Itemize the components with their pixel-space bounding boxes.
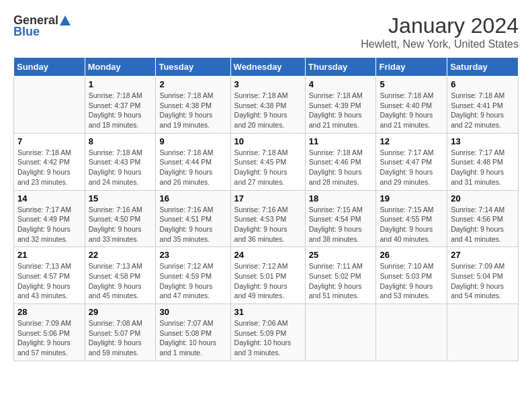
day-info: Sunrise: 7:18 AM Sunset: 4:37 PM Dayligh… — [89, 91, 152, 130]
day-info: Sunrise: 7:15 AM Sunset: 4:54 PM Dayligh… — [309, 205, 373, 244]
calendar-week-row: 28Sunrise: 7:09 AM Sunset: 5:06 PM Dayli… — [14, 304, 519, 361]
day-number: 11 — [309, 136, 373, 146]
day-info: Sunrise: 7:18 AM Sunset: 4:39 PM Dayligh… — [309, 91, 373, 130]
svg-marker-0 — [60, 15, 71, 26]
calendar-cell: 29Sunrise: 7:08 AM Sunset: 5:07 PM Dayli… — [85, 304, 156, 361]
day-number: 20 — [451, 193, 515, 203]
calendar-cell: 8Sunrise: 7:18 AM Sunset: 4:43 PM Daylig… — [85, 133, 156, 190]
day-number: 31 — [234, 307, 302, 317]
day-info: Sunrise: 7:16 AM Sunset: 4:50 PM Dayligh… — [89, 205, 152, 244]
day-number: 10 — [234, 136, 302, 146]
calendar-cell — [447, 304, 519, 361]
day-number: 9 — [159, 136, 226, 146]
day-number: 14 — [17, 193, 81, 203]
calendar-cell: 6Sunrise: 7:18 AM Sunset: 4:41 PM Daylig… — [447, 77, 519, 134]
calendar-cell: 17Sunrise: 7:16 AM Sunset: 4:53 PM Dayli… — [230, 190, 305, 247]
day-number: 8 — [89, 136, 152, 146]
calendar-cell: 21Sunrise: 7:13 AM Sunset: 4:57 PM Dayli… — [14, 247, 85, 304]
calendar-cell: 28Sunrise: 7:09 AM Sunset: 5:06 PM Dayli… — [14, 304, 85, 361]
day-info: Sunrise: 7:18 AM Sunset: 4:42 PM Dayligh… — [17, 148, 81, 187]
calendar-cell: 1Sunrise: 7:18 AM Sunset: 4:37 PM Daylig… — [85, 77, 156, 134]
calendar-cell: 5Sunrise: 7:18 AM Sunset: 4:40 PM Daylig… — [376, 77, 447, 134]
day-info: Sunrise: 7:17 AM Sunset: 4:48 PM Dayligh… — [451, 148, 515, 187]
day-number: 23 — [159, 250, 226, 260]
calendar-cell — [305, 304, 376, 361]
calendar-cell: 4Sunrise: 7:18 AM Sunset: 4:39 PM Daylig… — [305, 77, 376, 134]
calendar-cell: 25Sunrise: 7:11 AM Sunset: 5:02 PM Dayli… — [305, 247, 376, 304]
calendar-cell: 13Sunrise: 7:17 AM Sunset: 4:48 PM Dayli… — [447, 133, 519, 190]
day-number: 16 — [159, 193, 226, 203]
calendar-week-row: 21Sunrise: 7:13 AM Sunset: 4:57 PM Dayli… — [14, 247, 519, 304]
day-info: Sunrise: 7:15 AM Sunset: 4:55 PM Dayligh… — [380, 205, 443, 244]
day-number: 12 — [380, 136, 443, 146]
calendar-cell: 24Sunrise: 7:12 AM Sunset: 5:01 PM Dayli… — [230, 247, 305, 304]
day-info: Sunrise: 7:18 AM Sunset: 4:43 PM Dayligh… — [89, 148, 152, 187]
day-info: Sunrise: 7:10 AM Sunset: 5:03 PM Dayligh… — [380, 261, 443, 301]
page-header: General Blue January 2024 Hewlett, New Y… — [13, 13, 519, 50]
day-number: 29 — [89, 307, 152, 317]
day-number: 5 — [380, 79, 443, 89]
calendar-cell: 27Sunrise: 7:09 AM Sunset: 5:04 PM Dayli… — [447, 247, 519, 304]
calendar-cell: 14Sunrise: 7:17 AM Sunset: 4:49 PM Dayli… — [14, 190, 85, 247]
day-info: Sunrise: 7:18 AM Sunset: 4:44 PM Dayligh… — [159, 148, 226, 187]
calendar-week-row: 1Sunrise: 7:18 AM Sunset: 4:37 PM Daylig… — [14, 77, 519, 134]
calendar-cell: 23Sunrise: 7:12 AM Sunset: 4:59 PM Dayli… — [156, 247, 230, 304]
calendar-header-tuesday: Tuesday — [156, 58, 230, 77]
day-info: Sunrise: 7:16 AM Sunset: 4:51 PM Dayligh… — [159, 205, 226, 244]
calendar-cell — [14, 77, 85, 134]
day-info: Sunrise: 7:17 AM Sunset: 4:49 PM Dayligh… — [17, 205, 81, 244]
calendar-header-friday: Friday — [376, 58, 447, 77]
day-number: 19 — [380, 193, 443, 203]
calendar-cell: 20Sunrise: 7:14 AM Sunset: 4:56 PM Dayli… — [447, 190, 519, 247]
calendar-cell: 30Sunrise: 7:07 AM Sunset: 5:08 PM Dayli… — [156, 304, 230, 361]
day-number: 30 — [159, 307, 226, 317]
day-info: Sunrise: 7:07 AM Sunset: 5:08 PM Dayligh… — [159, 318, 226, 358]
day-info: Sunrise: 7:18 AM Sunset: 4:41 PM Dayligh… — [451, 91, 515, 130]
page-title: January 2024 — [361, 13, 519, 38]
day-number: 3 — [234, 79, 302, 89]
day-info: Sunrise: 7:18 AM Sunset: 4:45 PM Dayligh… — [234, 148, 302, 187]
calendar-header-wednesday: Wednesday — [230, 58, 305, 77]
calendar-cell: 9Sunrise: 7:18 AM Sunset: 4:44 PM Daylig… — [156, 133, 230, 190]
logo-blue: Blue — [13, 25, 40, 39]
day-number: 28 — [17, 307, 81, 317]
logo-triangle-icon — [59, 15, 71, 27]
day-number: 7 — [17, 136, 81, 146]
day-info: Sunrise: 7:12 AM Sunset: 4:59 PM Dayligh… — [159, 261, 226, 301]
calendar-cell: 15Sunrise: 7:16 AM Sunset: 4:50 PM Dayli… — [85, 190, 156, 247]
calendar-cell: 11Sunrise: 7:18 AM Sunset: 4:46 PM Dayli… — [305, 133, 376, 190]
calendar-header-sunday: Sunday — [14, 58, 85, 77]
day-number: 27 — [451, 250, 515, 260]
day-info: Sunrise: 7:13 AM Sunset: 4:57 PM Dayligh… — [17, 261, 81, 301]
calendar-cell: 3Sunrise: 7:18 AM Sunset: 4:38 PM Daylig… — [230, 77, 305, 134]
calendar-cell: 2Sunrise: 7:18 AM Sunset: 4:38 PM Daylig… — [156, 77, 230, 134]
day-number: 15 — [89, 193, 152, 203]
day-info: Sunrise: 7:13 AM Sunset: 4:58 PM Dayligh… — [89, 261, 152, 301]
day-info: Sunrise: 7:16 AM Sunset: 4:53 PM Dayligh… — [234, 205, 302, 244]
page-subtitle: Hewlett, New York, United States — [361, 38, 519, 50]
calendar-cell — [376, 304, 447, 361]
calendar-week-row: 7Sunrise: 7:18 AM Sunset: 4:42 PM Daylig… — [14, 133, 519, 190]
calendar-cell: 19Sunrise: 7:15 AM Sunset: 4:55 PM Dayli… — [376, 190, 447, 247]
calendar-cell: 12Sunrise: 7:17 AM Sunset: 4:47 PM Dayli… — [376, 133, 447, 190]
calendar-header-thursday: Thursday — [305, 58, 376, 77]
day-info: Sunrise: 7:14 AM Sunset: 4:56 PM Dayligh… — [451, 205, 515, 244]
calendar-cell: 31Sunrise: 7:06 AM Sunset: 5:09 PM Dayli… — [230, 304, 305, 361]
day-info: Sunrise: 7:18 AM Sunset: 4:38 PM Dayligh… — [159, 91, 226, 130]
day-number: 4 — [309, 79, 373, 89]
calendar-week-row: 14Sunrise: 7:17 AM Sunset: 4:49 PM Dayli… — [14, 190, 519, 247]
day-info: Sunrise: 7:08 AM Sunset: 5:07 PM Dayligh… — [89, 318, 152, 358]
calendar-table: SundayMondayTuesdayWednesdayThursdayFrid… — [13, 57, 519, 361]
day-info: Sunrise: 7:18 AM Sunset: 4:40 PM Dayligh… — [380, 91, 443, 130]
calendar-header-monday: Monday — [85, 58, 156, 77]
calendar-cell: 10Sunrise: 7:18 AM Sunset: 4:45 PM Dayli… — [230, 133, 305, 190]
day-number: 17 — [234, 193, 302, 203]
day-number: 22 — [89, 250, 152, 260]
day-number: 21 — [17, 250, 81, 260]
logo: General Blue — [13, 13, 72, 39]
day-number: 2 — [159, 79, 226, 89]
calendar-cell: 26Sunrise: 7:10 AM Sunset: 5:03 PM Dayli… — [376, 247, 447, 304]
day-info: Sunrise: 7:09 AM Sunset: 5:04 PM Dayligh… — [451, 261, 515, 301]
day-number: 18 — [309, 193, 373, 203]
day-info: Sunrise: 7:06 AM Sunset: 5:09 PM Dayligh… — [234, 318, 302, 358]
